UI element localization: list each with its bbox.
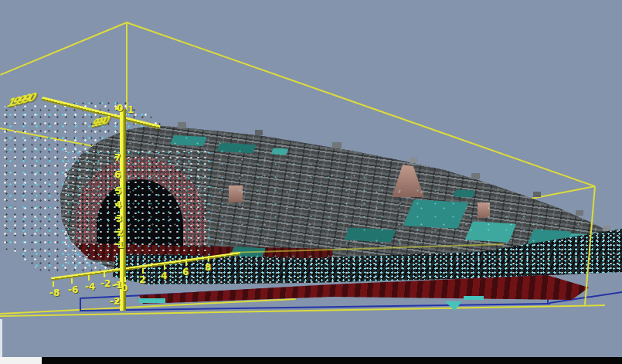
v-tick-label: 0 [117,104,123,113]
x-tick-label: -8 [49,288,59,298]
cyan-sliver [464,296,484,300]
x-tick-mark [185,260,187,266]
x-tick-label: -4 [85,282,95,291]
teal-patch [271,148,289,155]
slab-outline-left [80,298,81,311]
voxel-nub [533,192,541,197]
x-tick-label: 2 [139,275,145,284]
3d-viewport[interactable]: 19990 9990 017654321-1-2 -8-6-4-202468 [0,0,622,364]
bottom-status-bar [42,357,622,364]
v-tick-label: 2 [117,228,123,237]
voxel-nub [576,210,583,216]
box-edge-top-left [0,22,127,76]
x-tick-mark [71,278,73,284]
cyan-sliver [139,298,165,303]
x-tick-label: 4 [161,271,167,281]
v-tick-label: 7 [114,153,121,162]
voxel-nub [255,130,263,135]
voxel-nub [410,158,417,163]
x-tick-mark [104,272,105,277]
x-tick-label: -6 [68,285,78,294]
v-tick-label: 4 [115,200,121,209]
cyan-sliver [445,301,462,311]
left-edge-sliver [0,319,2,357]
box-edge-vertical-top [126,22,127,111]
x-tick-mark [53,281,54,287]
v-tick-label: -2 [110,297,120,306]
v-tick-label: 1 [117,240,124,250]
x-tick-label: 8 [205,263,211,272]
x-tick-label: 0 [121,284,127,293]
v-tick-label: 1 [127,105,134,114]
x-tick-mark [208,256,209,261]
v-tick-label: 6 [114,170,121,179]
x-tick-label: 6 [182,267,189,277]
x-tick-mark [142,268,144,274]
bottom-bar-white-segment [0,357,42,364]
voxel-nub [178,122,186,128]
x-tick-mark [88,275,90,281]
voxel-nub [332,142,342,148]
v-tick-label: 3 [116,214,122,223]
x-tick-mark [124,277,126,282]
x-tick-label: -2 [100,279,110,288]
voxel-nub [471,173,480,179]
x-tick-mark [164,264,165,270]
v-tick-label: 5 [115,186,121,196]
